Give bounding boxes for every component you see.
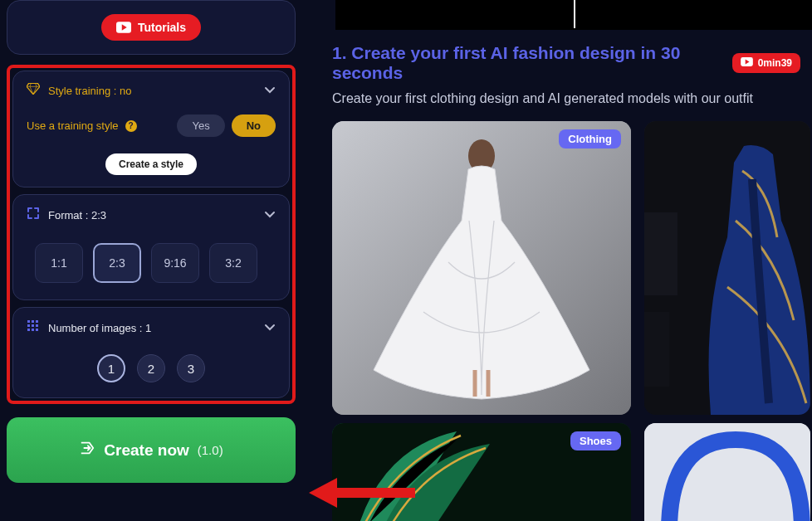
use-training-style-label: Use a training style	[27, 119, 119, 132]
youtube-icon	[116, 22, 131, 33]
tag-shoes: Shoes	[570, 431, 621, 450]
svg-rect-8	[36, 324, 38, 327]
svg-rect-9	[27, 329, 30, 331]
format-panel: Format : 2:3 1:1 2:3 9:16 3:2	[12, 194, 290, 300]
export-icon	[79, 441, 95, 460]
chevron-down-icon	[264, 211, 276, 219]
svg-rect-11	[36, 329, 38, 331]
svg-rect-7	[32, 324, 34, 327]
svg-rect-5	[36, 320, 38, 323]
style-training-header[interactable]: Style training : no	[27, 83, 276, 98]
svg-rect-6	[27, 324, 30, 327]
style-training-panel: Style training : no Use a training style…	[12, 71, 290, 187]
svg-rect-3	[27, 320, 30, 323]
count-1[interactable]: 1	[97, 354, 125, 382]
gallery-card-gown[interactable]	[644, 121, 810, 415]
create-now-sub: (1.0)	[198, 443, 223, 457]
tutorials-panel: Tutorials	[7, 0, 296, 55]
video-time-label: 0min39	[758, 57, 792, 69]
image-count-header[interactable]: Number of images : 1	[27, 319, 276, 336]
training-style-no[interactable]: No	[232, 114, 276, 137]
style-training-title: Style training : no	[48, 85, 131, 97]
tag-clothing: Clothing	[559, 129, 621, 149]
video-time-pill[interactable]: 0min39	[732, 53, 800, 73]
training-style-toggle: Yes No	[177, 114, 276, 137]
section-heading: 1. Create your first AI fashion design i…	[332, 43, 732, 83]
svg-rect-4	[32, 320, 34, 323]
grid-icon	[27, 319, 40, 336]
create-style-button[interactable]: Create a style	[105, 153, 197, 175]
count-2[interactable]: 2	[137, 354, 165, 382]
create-now-label: Create now	[104, 441, 188, 460]
svg-marker-2	[27, 83, 40, 94]
image-count-title: Number of images : 1	[48, 322, 151, 334]
gallery-card-clothing[interactable]: Clothing	[332, 121, 631, 415]
ratio-2-3[interactable]: 2:3	[93, 243, 141, 283]
ratio-9-16[interactable]: 9:16	[151, 243, 199, 283]
tutorials-label: Tutorials	[138, 21, 186, 34]
svg-rect-10	[32, 329, 34, 331]
help-icon[interactable]: ?	[125, 120, 137, 132]
section-description: Create your first clothing design and AI…	[332, 91, 812, 106]
format-header[interactable]: Format : 2:3	[27, 207, 276, 223]
diamond-icon	[27, 83, 40, 98]
format-title: Format : 2:3	[48, 209, 106, 222]
svg-rect-17	[644, 212, 677, 295]
count-3[interactable]: 3	[177, 354, 205, 382]
crop-icon	[27, 207, 40, 223]
chevron-down-icon	[264, 324, 276, 332]
svg-rect-18	[644, 312, 669, 387]
image-count-panel: Number of images : 1 1 2 3	[12, 307, 290, 398]
training-style-yes[interactable]: Yes	[177, 114, 224, 137]
ratio-3-2[interactable]: 3:2	[209, 243, 257, 283]
video-preview-strip[interactable]	[335, 0, 812, 30]
options-highlight-box: Style training : no Use a training style…	[7, 65, 296, 404]
main-content: 1. Create your first AI fashion design i…	[332, 0, 812, 521]
youtube-icon	[741, 57, 753, 69]
gallery-card-strap[interactable]	[644, 423, 810, 521]
gallery-card-shoes[interactable]: Shoes	[332, 423, 631, 521]
create-now-button[interactable]: Create now (1.0)	[7, 417, 296, 483]
ratio-1-1[interactable]: 1:1	[35, 243, 83, 283]
chevron-down-icon	[264, 86, 276, 95]
tutorials-button[interactable]: Tutorials	[101, 14, 201, 41]
